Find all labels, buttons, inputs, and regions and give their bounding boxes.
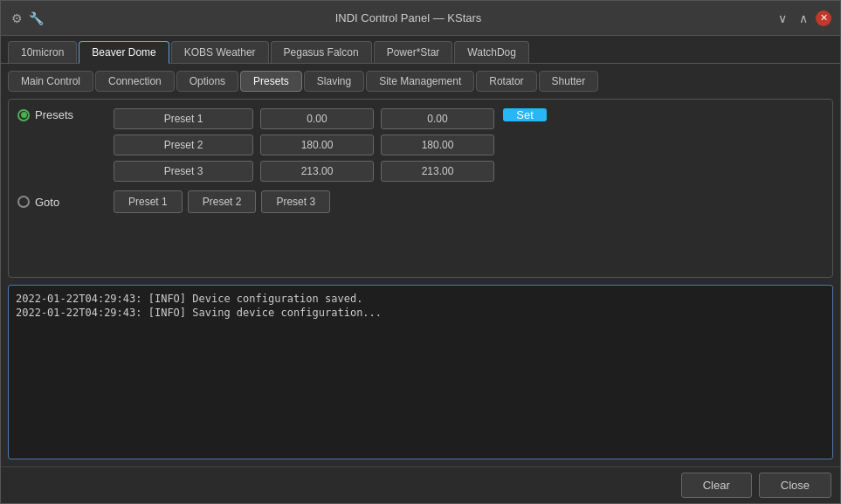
preset-1-value1[interactable]	[260, 108, 374, 129]
goto-radio[interactable]	[17, 196, 30, 208]
presets-radio[interactable]	[17, 109, 30, 121]
log-line-1: 2022-01-22T04:29:43: [INFO] Device confi…	[16, 293, 825, 305]
close-bottom-button[interactable]: Close	[759, 473, 831, 498]
set-button[interactable]: Set	[503, 108, 547, 121]
titlebar: ⚙ 🔧 INDI Control Panel — KStars ∨ ∧ ✕	[1, 1, 840, 36]
log-area: 2022-01-22T04:29:43: [INFO] Device confi…	[8, 285, 833, 460]
minimize-button[interactable]: ∨	[774, 10, 791, 27]
goto-buttons-group: Preset 1 Preset 2 Preset 3	[114, 190, 330, 213]
set-btn-container: Set	[503, 108, 547, 121]
presets-group: Presets Preset 1 Preset 2	[17, 108, 824, 182]
tab-kobs-weather[interactable]: KOBS Weather	[171, 41, 269, 63]
clear-button[interactable]: Clear	[681, 473, 752, 498]
preset-1-name-button[interactable]: Preset 1	[114, 108, 253, 129]
preset-1-value2[interactable]	[381, 108, 494, 129]
log-line-2: 2022-01-22T04:29:43: [INFO] Saving devic…	[16, 307, 825, 319]
subtab-main-control[interactable]: Main Control	[8, 71, 93, 92]
preset-row-2: Preset 2	[114, 135, 494, 155]
subtab-connection[interactable]: Connection	[95, 71, 175, 92]
goto-label: Goto	[35, 196, 59, 209]
subtab-slaving[interactable]: Slaving	[304, 71, 364, 92]
window-controls: ∨ ∧ ✕	[774, 10, 831, 27]
goto-preset-2-button[interactable]: Preset 2	[188, 190, 257, 213]
presets-inputs-group: Preset 1 Preset 2 Preset 3	[114, 108, 547, 182]
close-button[interactable]: ✕	[816, 10, 831, 26]
content-area: Main Control Connection Options Presets …	[1, 64, 840, 466]
app-icon-2: 🔧	[29, 11, 43, 25]
subtab-shutter[interactable]: Shutter	[539, 71, 599, 92]
top-tab-bar: 10micron Beaver Dome KOBS Weather Pegasu…	[1, 36, 840, 64]
preset-row-1: Preset 1	[114, 108, 494, 129]
preset-row-3: Preset 3	[114, 161, 494, 182]
presets-panel: Presets Preset 1 Preset 2	[8, 99, 833, 278]
titlebar-app-icons: ⚙ 🔧	[10, 11, 43, 25]
subtab-rotator[interactable]: Rotator	[476, 71, 536, 92]
preset-2-name-button[interactable]: Preset 2	[114, 135, 253, 155]
preset-3-value2[interactable]	[381, 161, 494, 182]
window-title: INDI Control Panel — KStars	[43, 11, 774, 24]
preset-2-value2[interactable]	[381, 135, 494, 155]
preset-rows-list: Preset 1 Preset 2 Preset 3	[114, 108, 494, 182]
goto-group: Goto Preset 1 Preset 2 Preset 3	[17, 190, 824, 213]
bottom-bar: Clear Close	[1, 466, 840, 503]
preset-2-value1[interactable]	[260, 135, 374, 155]
preset-3-value1[interactable]	[260, 161, 374, 182]
subtab-site-management[interactable]: Site Management	[366, 71, 474, 92]
goto-preset-1-button[interactable]: Preset 1	[114, 190, 183, 213]
presets-label-group: Presets	[17, 108, 105, 121]
app-icon-1: ⚙	[10, 11, 24, 25]
goto-label-group: Goto	[17, 196, 105, 209]
preset-3-name-button[interactable]: Preset 3	[114, 161, 253, 182]
tab-watchdog[interactable]: WatchDog	[454, 41, 529, 63]
sub-tab-bar: Main Control Connection Options Presets …	[8, 71, 833, 92]
tab-pegasus-falcon[interactable]: Pegasus Falcon	[271, 41, 372, 63]
subtab-options[interactable]: Options	[176, 71, 238, 92]
maximize-button[interactable]: ∧	[795, 10, 812, 27]
goto-preset-3-button[interactable]: Preset 3	[261, 190, 330, 213]
presets-label: Presets	[35, 108, 73, 121]
tab-10micron[interactable]: 10micron	[8, 41, 77, 63]
subtab-presets[interactable]: Presets	[240, 71, 302, 92]
tab-power-star[interactable]: Power*Star	[374, 41, 453, 63]
main-window: ⚙ 🔧 INDI Control Panel — KStars ∨ ∧ ✕ 10…	[0, 0, 841, 504]
tab-beaver-dome[interactable]: Beaver Dome	[79, 41, 169, 64]
